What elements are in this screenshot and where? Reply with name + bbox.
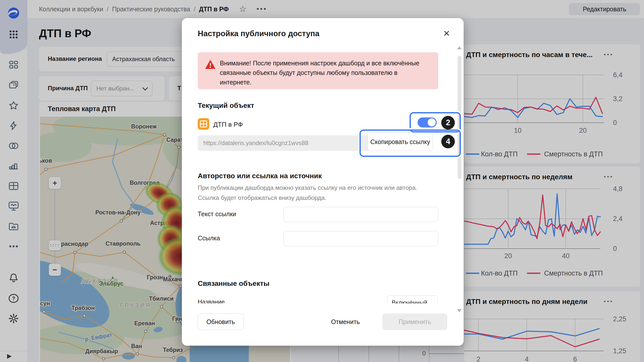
- authorship-heading: Авторство или ссылка на источник: [198, 172, 322, 180]
- dashboard-object-icon: [198, 118, 209, 130]
- modal-title: Настройка публичного доступа: [198, 29, 319, 38]
- warning-text: Внимание! После применения настроек дашб…: [220, 58, 429, 87]
- close-icon[interactable]: ✕: [443, 29, 450, 38]
- related-objects-heading: Связанные объекты: [198, 280, 269, 288]
- related-filter-select[interactable]: Включённый: [387, 295, 438, 303]
- warning-banner: Внимание! После применения настроек дашб…: [198, 52, 438, 89]
- link-text-input[interactable]: [284, 207, 438, 222]
- link-input[interactable]: [284, 231, 438, 246]
- related-objects-clipped-row: Название Включённый: [198, 291, 447, 303]
- link-label: Ссылка: [198, 235, 220, 242]
- cancel-button[interactable]: Отменить: [323, 313, 368, 330]
- authorship-description: При публикации дашборда можно указать сс…: [198, 183, 424, 203]
- apply-button-disabled[interactable]: Применить: [382, 313, 447, 330]
- object-name: ДТП в РФ: [213, 121, 243, 128]
- annotation-badge-4: 4: [441, 135, 455, 148]
- current-object-heading: Текущий объект: [198, 102, 254, 110]
- datalens-app: Коллекции и воркбуки/Практические руково…: [0, 0, 644, 362]
- scroll-down-icon[interactable]: [457, 309, 462, 312]
- related-row-label: Название: [198, 298, 225, 303]
- public-url-value: https://datalens.yandex/lu0cgnz1wvs88: [203, 140, 308, 147]
- public-access-modal: Настройка публичного доступа ✕ Внимание!…: [182, 18, 464, 346]
- warning-icon: [205, 60, 215, 69]
- link-text-label: Текст ссылки: [198, 210, 236, 218]
- annotation-badge-2: 2: [441, 116, 455, 129]
- scroll-up-icon[interactable]: [457, 46, 462, 49]
- public-url-field[interactable]: https://datalens.yandex/lu0cgnz1wvs88: [198, 135, 387, 151]
- update-button[interactable]: Обновить: [198, 313, 244, 330]
